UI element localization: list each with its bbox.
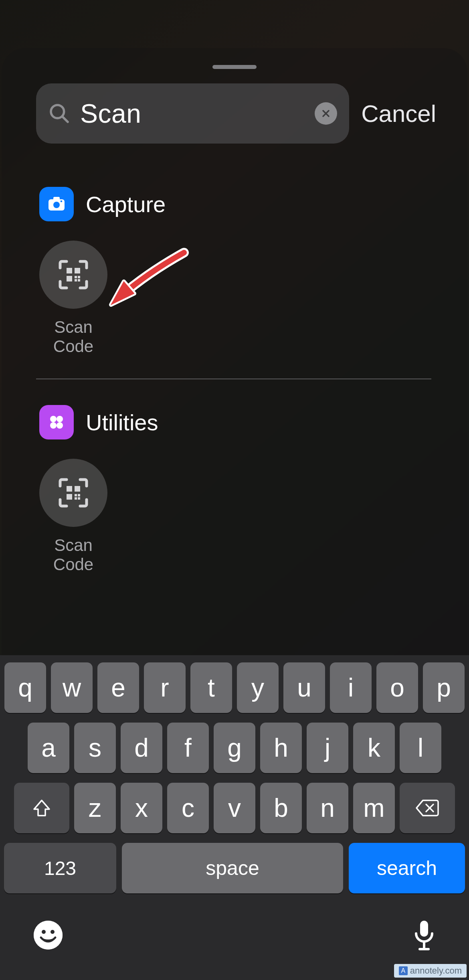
app-scan-code-utilities[interactable]: Scan Code (39, 459, 107, 574)
shift-key[interactable] (14, 783, 69, 833)
folder-icon-utilities (39, 405, 74, 439)
keyboard: qwertyuiop asdfghjkl zxcvbnm 123 space s… (0, 655, 469, 980)
section-capture: Capture (39, 187, 431, 356)
space-key[interactable]: space (122, 843, 343, 893)
cancel-button[interactable]: Cancel (361, 100, 436, 128)
svg-point-30 (51, 930, 55, 934)
svg-rect-8 (67, 268, 72, 273)
keyboard-row-1: qwertyuiop (2, 662, 467, 713)
svg-rect-11 (75, 276, 77, 278)
key-f[interactable]: f (167, 723, 209, 773)
svg-point-6 (53, 202, 60, 208)
key-g[interactable]: g (214, 723, 255, 773)
svg-point-28 (34, 921, 63, 950)
section-title-capture: Capture (86, 191, 166, 217)
key-a[interactable]: a (28, 723, 69, 773)
svg-rect-20 (75, 486, 80, 492)
svg-rect-23 (78, 497, 80, 500)
keyboard-bottom-row (2, 903, 467, 951)
svg-rect-33 (418, 948, 430, 950)
app-label: Scan Code (39, 536, 107, 574)
svg-point-7 (61, 200, 63, 202)
section-divider (36, 379, 431, 379)
clear-search-button[interactable] (315, 102, 337, 125)
key-u[interactable]: u (283, 662, 325, 713)
svg-rect-19 (67, 486, 72, 492)
key-d[interactable]: d (121, 723, 162, 773)
keyboard-row-2: asdfghjkl (2, 723, 467, 773)
svg-rect-21 (67, 494, 72, 500)
svg-point-16 (57, 416, 63, 422)
key-v[interactable]: v (214, 783, 255, 833)
key-p[interactable]: p (423, 662, 465, 713)
section-utilities: Utilities (39, 405, 431, 574)
keyboard-row-4: 123 space search (2, 843, 467, 893)
svg-rect-12 (78, 279, 80, 281)
section-title-utilities: Utilities (86, 409, 158, 435)
svg-point-18 (57, 422, 63, 429)
sheet-grabber[interactable] (212, 65, 257, 69)
key-w[interactable]: w (51, 662, 93, 713)
folder-icon-capture (39, 187, 74, 221)
emoji-key[interactable] (34, 921, 63, 950)
watermark: Aannotely.com (394, 964, 467, 978)
svg-point-29 (42, 930, 46, 934)
svg-rect-22 (75, 494, 77, 496)
key-y[interactable]: y (237, 662, 279, 713)
key-e[interactable]: e (97, 662, 139, 713)
key-m[interactable]: m (353, 783, 395, 833)
svg-rect-5 (53, 197, 60, 201)
key-i[interactable]: i (330, 662, 372, 713)
svg-rect-24 (75, 497, 77, 500)
key-b[interactable]: b (260, 783, 302, 833)
svg-line-1 (63, 117, 68, 122)
search-icon (48, 102, 71, 125)
key-h[interactable]: h (260, 723, 302, 773)
svg-rect-13 (75, 279, 77, 281)
svg-rect-25 (78, 494, 80, 496)
search-row: Scan Cancel (36, 83, 436, 144)
search-key[interactable]: search (349, 843, 465, 893)
key-x[interactable]: x (121, 783, 162, 833)
key-q[interactable]: q (4, 662, 46, 713)
key-k[interactable]: k (353, 723, 395, 773)
section-header-capture[interactable]: Capture (39, 187, 431, 221)
keyboard-row-3: zxcvbnm (2, 783, 467, 833)
section-header-utilities[interactable]: Utilities (39, 405, 431, 439)
search-input-text[interactable]: Scan (80, 98, 315, 129)
svg-point-15 (50, 416, 57, 422)
delete-key[interactable] (400, 783, 455, 833)
svg-point-17 (50, 422, 57, 429)
key-s[interactable]: s (74, 723, 116, 773)
scan-code-icon (39, 459, 107, 527)
key-r[interactable]: r (144, 662, 186, 713)
search-field[interactable]: Scan (36, 83, 349, 144)
svg-rect-14 (78, 276, 80, 278)
key-t[interactable]: t (190, 662, 232, 713)
key-n[interactable]: n (307, 783, 348, 833)
dictation-key[interactable] (413, 919, 435, 951)
svg-rect-31 (420, 921, 428, 937)
key-c[interactable]: c (167, 783, 209, 833)
svg-rect-32 (423, 942, 425, 948)
app-label: Scan Code (39, 318, 107, 356)
numeric-key[interactable]: 123 (4, 843, 116, 893)
svg-rect-10 (67, 276, 72, 281)
svg-rect-9 (75, 268, 80, 273)
key-l[interactable]: l (400, 723, 441, 773)
key-j[interactable]: j (307, 723, 348, 773)
app-scan-code-capture[interactable]: Scan Code (39, 241, 107, 356)
key-z[interactable]: z (74, 783, 116, 833)
key-o[interactable]: o (376, 662, 418, 713)
scan-code-icon (39, 241, 107, 309)
